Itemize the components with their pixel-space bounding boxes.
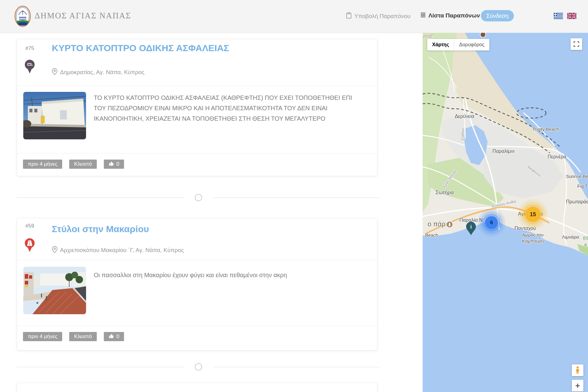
card-separator [17, 364, 380, 370]
likes-count: 0 [116, 161, 119, 167]
cluster-count: 15 [530, 211, 536, 218]
map-label: Trinity Beach [532, 126, 559, 132]
complaint-card-partial [17, 383, 377, 392]
map-label: Πανταχού [514, 226, 536, 231]
thumbs-up-icon [109, 334, 114, 340]
complaint-card: #75 ΚΥΡΤΟ ΚΑΤΟΠΤΡΟ ΟΔΙΚΗΣ ΑΣΦΑΛΕΙΑΣ Δημο… [17, 39, 377, 176]
map-label: Εθ [583, 236, 588, 241]
map-terrain [423, 33, 588, 392]
map-info-pin[interactable]: i [466, 221, 476, 237]
separator-line [213, 367, 380, 367]
divider [17, 153, 377, 153]
brand-name: ΔΗΜΟΣ ΑΓΙΑΣ ΝΑΠΑΣ [35, 11, 131, 21]
category-marker-icon [24, 59, 35, 74]
map-type-satellite-button[interactable]: Δορυφόρος [454, 39, 489, 51]
map-cluster-blue[interactable]: 6 [485, 216, 498, 229]
map-label: Κ [584, 242, 587, 247]
map-label: Beach [425, 232, 438, 238]
svg-text:i: i [470, 224, 472, 229]
complaint-photo[interactable] [23, 267, 86, 314]
map-label: Σωτήρα [435, 190, 454, 196]
map-label: Fig T [577, 183, 588, 189]
header: ΔΗΜΟΣ ΑΓΙΑΣ ΝΑΠΑΣ Υποβολή Παραπόνου Λίστ… [0, 0, 588, 33]
likes-count: 0 [116, 334, 119, 340]
map-cluster-orange[interactable]: 15 [525, 207, 541, 222]
map-label: Πρωταράς [566, 199, 588, 205]
complaint-id: #59 [25, 223, 34, 229]
separator-line [17, 367, 184, 367]
list-icon [420, 12, 426, 19]
age-badge: πριν 4 μήνες [23, 160, 62, 169]
nav-submit-complaint[interactable]: Υποβολή Παραπόνου [346, 12, 410, 20]
category-marker-icon [24, 238, 35, 253]
age-badge: πριν 4 μήνες [23, 332, 62, 341]
map-panel[interactable]: στος ΒΑΡΩΣΙΑ Δερύνεια Σταδίου Παραλίμνι … [423, 33, 588, 392]
complaint-title[interactable]: ΚΥΡΤΟ ΚΑΤΟΠΤΡΟ ΟΔΙΚΗΣ ΑΣΦΑΛΕΙΑΣ [52, 43, 229, 53]
fullscreen-button[interactable] [571, 38, 582, 50]
likes-badge[interactable]: 0 [104, 160, 124, 169]
uk-flag-icon[interactable] [567, 13, 576, 19]
complaint-location: Δημοκρατίας, Αγ. Νάπα, Κύπρος [52, 68, 145, 77]
location-pin-icon [52, 68, 58, 77]
pegman-icon [575, 366, 580, 374]
location-pin-icon [52, 246, 58, 254]
greek-flag-icon[interactable] [554, 13, 563, 19]
complaint-location-text: Δημοκρατίας, Αγ. Νάπα, Κύπρος [60, 69, 145, 76]
complaint-id: #75 [25, 45, 34, 51]
thumbs-up-icon [109, 161, 114, 168]
fullscreen-icon [574, 41, 579, 47]
complaint-description: ΤΟ ΚΥΡΤΟ ΚΑΤΟΠΤΡΟ ΟΔΙΚΗΣ ΑΣΦΑΛΕΙΑΣ (ΚΑΘΡ… [94, 92, 363, 124]
park-icon [446, 221, 453, 228]
login-button[interactable]: Σύνδεση [481, 10, 514, 21]
map-label: Άμμος του Καμπούρη [514, 232, 551, 244]
map-label: Λιμνάρα [562, 234, 579, 239]
street-view-pegman-button[interactable] [572, 364, 583, 376]
complaint-card: #59 Στύλοι στην Μακαρίου Αρχιεπισκόπου Μ… [17, 218, 377, 350]
complaint-location-text: Αρχιεπισκόπου Μακαρίου ΄Γ, Αγ. Νάπα, Κύπ… [60, 247, 184, 254]
separator-line [17, 198, 184, 198]
zoom-in-button[interactable]: + [572, 380, 583, 391]
divider [17, 86, 377, 86]
page: ΔΗΜΟΣ ΑΓΙΑΣ ΝΑΠΑΣ Υποβολή Παραπόνου Λίστ… [0, 0, 588, 392]
divider [17, 260, 377, 260]
plus-icon: + [575, 381, 580, 390]
complaint-title[interactable]: Στύλοι στην Μακαρίου [52, 224, 149, 234]
separator-line [213, 198, 380, 198]
map-label: Παραλίμνι [492, 149, 514, 154]
map-label: στος [423, 33, 433, 39]
nav-complaint-list[interactable]: Λίστα Παραπόνων [420, 12, 480, 19]
card-separator [17, 194, 380, 201]
clipboard-icon [346, 12, 352, 20]
map-type-control: Χάρτης Δορυφόρος [427, 39, 489, 51]
divider [17, 326, 377, 326]
complaint-location: Αρχιεπισκόπου Μακαρίου ΄Γ, Αγ. Νάπα, Κύπ… [52, 246, 184, 254]
likes-badge[interactable]: 0 [104, 332, 124, 341]
map-type-map-button[interactable]: Χάρτης [427, 39, 454, 51]
map-road-label: Σταδίου [461, 128, 465, 141]
status-badge: Κλειστό [69, 160, 97, 169]
map-label: Περνέρα [548, 154, 566, 160]
complaint-description: Οι πασσαλλοι στη Μακαρίου έχουν φύγει κα… [94, 270, 363, 280]
separator-circle [195, 363, 202, 371]
municipality-logo [14, 6, 31, 28]
cluster-count: 6 [490, 220, 493, 226]
map-label: Sunrise Bea [566, 174, 588, 179]
separator-circle [195, 194, 202, 201]
map-label: Δερύνεια [455, 114, 474, 119]
nav-list-label: Λίστα Παραπόνων [428, 12, 480, 19]
complaint-photo[interactable] [23, 92, 86, 139]
nav-submit-label: Υποβολή Παραπόνου [354, 13, 410, 20]
status-badge: Κλειστό [69, 332, 97, 341]
